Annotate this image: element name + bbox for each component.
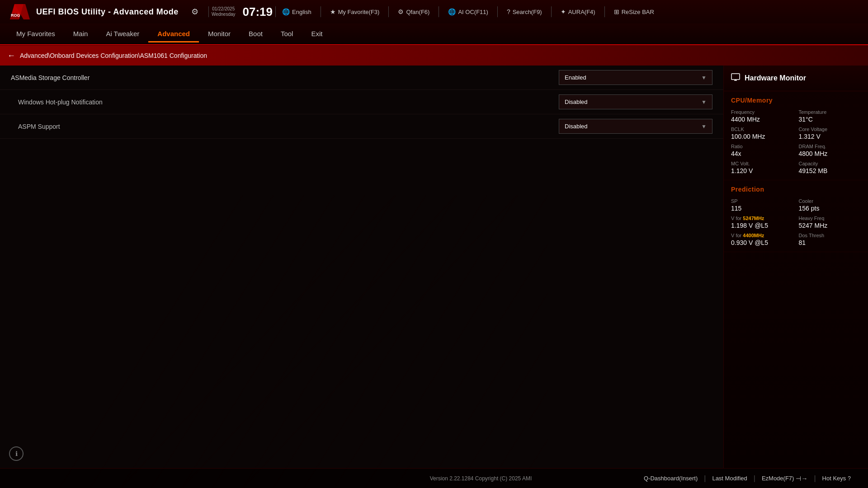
toolbar-qfan[interactable]: ⚙ Qfan(F6) [394, 6, 433, 17]
hw-frequency-value: 4400 MHz [731, 116, 793, 123]
toolbar-ai-oc[interactable]: 🌐 AI OC(F11) [444, 6, 491, 17]
toolbar-divider-8 [604, 6, 605, 17]
resize-icon: ⊞ [614, 8, 619, 15]
hw-cooler-value: 156 pts [799, 205, 861, 212]
hw-dram-freq-value: 4800 MHz [799, 150, 861, 157]
hot-keys-icon: ? [848, 475, 851, 482]
settings-button[interactable]: ⚙ [188, 5, 202, 19]
datetime-date: 01/22/2025 Wednesday [212, 6, 236, 17]
info-button[interactable]: ℹ [9, 446, 24, 461]
toolbar-resize-bar[interactable]: ⊞ ReSize BAR [610, 6, 658, 17]
setting-row-aspm: ASPM Support Disabled ▼ [0, 114, 723, 139]
footer-ez-mode-label: EzMode(F7) [762, 475, 794, 482]
hw-v-5247-label: V for 5247MHz [731, 216, 793, 221]
breadcrumb: ← Advanced\Onboard Devices Configuration… [0, 46, 868, 66]
hw-frequency-label: Frequency [731, 109, 793, 115]
breadcrumb-back-button[interactable]: ← [7, 51, 15, 61]
datetime-area: 01/22/2025 Wednesday [212, 6, 236, 17]
chevron-down-icon-hotplug: ▼ [701, 99, 707, 105]
hw-heavy-freq: Heavy Freq 5247 MHz [799, 216, 861, 229]
sidebar-title-text: Hardware Monitor [745, 74, 806, 82]
footer-hot-keys[interactable]: Hot Keys ? [816, 473, 857, 483]
footer-hot-keys-label: Hot Keys [822, 475, 846, 482]
nav-ai-tweaker[interactable]: Ai Tweaker [97, 26, 148, 42]
hw-v-5247: V for 5247MHz 1.198 V @L5 [731, 216, 793, 229]
hw-v-5247-value: 1.198 V @L5 [731, 222, 793, 229]
nav-boot[interactable]: Boot [240, 26, 272, 42]
ez-mode-icon: ⊣→ [796, 475, 807, 482]
toolbar-my-favorite[interactable]: ★ My Favorite(F3) [326, 6, 383, 17]
hw-sp: SP 115 [731, 198, 793, 212]
hw-mc-volt: MC Volt. 1.120 V [731, 161, 793, 174]
hw-v-4400-value: 0.930 V @L5 [731, 239, 793, 246]
setting-label-aspm: ASPM Support [11, 123, 559, 130]
nav-advanced[interactable]: Advanced [148, 26, 199, 42]
setting-value-asmedia: Enabled [565, 74, 586, 81]
hw-temperature-label: Temperature [799, 109, 861, 115]
hw-cooler-label: Cooler [799, 198, 861, 204]
nav-main[interactable]: Main [64, 26, 97, 42]
setting-dropdown-aspm[interactable]: Disabled ▼ [559, 119, 712, 134]
toolbar-english-label: English [292, 9, 311, 15]
hw-mc-volt-label: MC Volt. [731, 161, 793, 166]
content-area: ASMedia Storage Controller Enabled ▼ Win… [0, 66, 723, 469]
setting-label-asmedia: ASMedia Storage Controller [11, 74, 559, 81]
toolbar-search-label: Search(F9) [513, 9, 542, 15]
footer-q-dashboard-label: Q-Dashboard(Insert) [644, 475, 698, 482]
hw-cooler: Cooler 156 pts [799, 198, 861, 212]
hw-core-voltage-value: 1.312 V [799, 133, 861, 140]
footer-last-modified-label: Last Modified [712, 475, 747, 482]
main-layout: ASMedia Storage Controller Enabled ▼ Win… [0, 66, 868, 469]
hw-capacity: Capacity 49152 MB [799, 161, 861, 174]
footer-actions: Q-Dashboard(Insert) | Last Modified | Ez… [637, 473, 857, 484]
hw-capacity-value: 49152 MB [799, 167, 861, 174]
rog-logo: ROG [7, 4, 31, 20]
hw-temperature: Temperature 31°C [799, 109, 861, 123]
hw-dos-thresh-label: Dos Thresh [799, 233, 861, 238]
info-icon-symbol: ℹ [15, 450, 18, 457]
footer-last-modified[interactable]: Last Modified [706, 473, 753, 483]
hw-heavy-freq-label: Heavy Freq [799, 216, 861, 221]
setting-row-asmedia: ASMedia Storage Controller Enabled ▼ [0, 66, 723, 90]
prediction-grid: SP 115 Cooler 156 pts V for 5247MHz 1.19… [731, 198, 861, 246]
header-toolbar: 🌐 English ★ My Favorite(F3) ⚙ Qfan(F6) 🌐… [278, 6, 861, 17]
footer-version: Version 2.22.1284 Copyright (C) 2025 AMI [324, 475, 637, 482]
gear-icon: ⚙ [191, 7, 198, 17]
footer-ez-mode[interactable]: EzMode(F7) ⊣→ [755, 473, 814, 484]
nav-monitor[interactable]: Monitor [199, 26, 240, 42]
hw-sp-label: SP [731, 198, 793, 204]
fan-icon: ⚙ [398, 8, 404, 15]
toolbar-search[interactable]: ? Search(F9) [503, 6, 546, 17]
toolbar-divider-6 [497, 6, 498, 17]
hw-core-voltage: Core Voltage 1.312 V [799, 127, 861, 140]
hw-ratio: Ratio 44x [731, 144, 793, 157]
svg-text:ROG: ROG [11, 13, 20, 18]
toolbar-aura[interactable]: ✦ AURA(F4) [557, 6, 599, 17]
ai-icon: 🌐 [448, 8, 456, 15]
toolbar-divider-4 [388, 6, 389, 17]
toolbar-resize-label: ReSize BAR [622, 9, 654, 15]
toolbar-divider-7 [551, 6, 552, 17]
toolbar-divider-3 [321, 6, 321, 17]
sidebar-title: Hardware Monitor [724, 66, 868, 91]
hw-dram-freq-label: DRAM Freq. [799, 144, 861, 149]
chevron-down-icon-asmedia: ▼ [701, 75, 707, 81]
hw-ratio-value: 44x [731, 150, 793, 157]
toolbar-ai-oc-label: AI OC(F11) [458, 9, 488, 15]
setting-dropdown-hotplug[interactable]: Disabled ▼ [559, 94, 712, 109]
aura-icon: ✦ [561, 8, 566, 15]
nav-my-favorites[interactable]: My Favorites [7, 26, 64, 42]
toolbar-divider-5 [439, 6, 439, 17]
toolbar-my-favorite-label: My Favorite(F3) [338, 9, 380, 15]
footer-q-dashboard[interactable]: Q-Dashboard(Insert) [637, 473, 704, 483]
toolbar-english[interactable]: 🌐 English [278, 6, 315, 17]
nav-exit[interactable]: Exit [302, 26, 331, 42]
sidebar: Hardware Monitor CPU/Memory Frequency 44… [723, 66, 868, 469]
setting-dropdown-asmedia[interactable]: Enabled ▼ [559, 70, 712, 85]
hw-sp-value: 115 [731, 205, 793, 212]
sidebar-section-prediction-title: Prediction [731, 186, 861, 193]
hw-dos-thresh-value: 81 [799, 239, 861, 246]
nav-tool[interactable]: Tool [272, 26, 302, 42]
setting-label-hotplug: Windows Hot-plug Notification [11, 99, 559, 106]
cpu-memory-grid: Frequency 4400 MHz Temperature 31°C BCLK… [731, 109, 861, 174]
